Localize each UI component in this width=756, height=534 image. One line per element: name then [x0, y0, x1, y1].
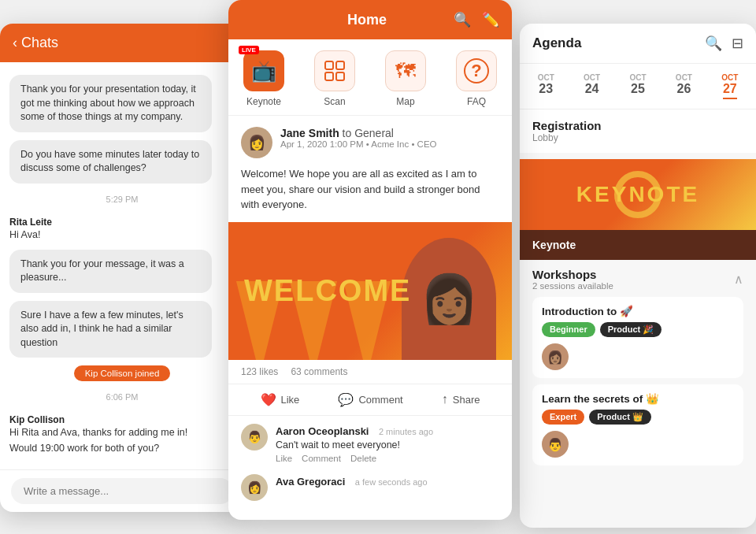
- like-icon: ❤️: [261, 392, 276, 407]
- collapse-icon[interactable]: ∧: [734, 272, 743, 287]
- svg-rect-3: [336, 72, 344, 80]
- registration-subtitle: Lobby: [532, 132, 743, 143]
- post-meta: Apr 1, 2020 1:00 PM • Acme Inc • CEO: [280, 139, 499, 149]
- avatar: 👨: [542, 431, 569, 458]
- comment-row: 👩 Ava Gregoraci a few seconds ago: [228, 466, 512, 504]
- chat-input-bar: [0, 469, 244, 512]
- home-panel: Home 🔍 ✏️ LIVE 📺 Keynote Scan: [228, 0, 512, 520]
- date-label: OCT: [721, 73, 738, 82]
- banner-text: WELCOME: [244, 276, 411, 306]
- comment-delete[interactable]: Delete: [350, 454, 376, 463]
- comment-like[interactable]: Like: [276, 454, 292, 463]
- nav-item-map[interactable]: 🗺 Map: [385, 50, 426, 107]
- filter-icon[interactable]: ⊟: [732, 35, 743, 52]
- date-num: 23: [539, 82, 553, 96]
- chat-sender: Rita Leite: [9, 217, 235, 228]
- workshops-header: Workshops 2 sessions available ∧: [532, 268, 743, 291]
- message-input[interactable]: [11, 478, 233, 504]
- date-num: 27: [723, 82, 737, 99]
- nav-item-scan[interactable]: Scan: [314, 50, 355, 107]
- date-oct-27[interactable]: OCT 27: [707, 70, 753, 102]
- avatar: 👩: [241, 474, 268, 501]
- agenda-title: Agenda: [532, 35, 581, 51]
- back-button[interactable]: ‹ Chats: [13, 35, 58, 51]
- share-button[interactable]: ↑ Share: [442, 392, 480, 407]
- list-item[interactable]: Introduction to 🚀 Beginner Product 🎉 👩🏽: [532, 297, 743, 378]
- comment-time: a few seconds ago: [355, 477, 428, 487]
- faq-label: FAQ: [467, 96, 486, 107]
- post-actions: ❤️ Like 💬 Comment ↑ Share: [228, 384, 512, 416]
- date-oct-25[interactable]: OCT 25: [615, 70, 661, 102]
- date-label: OCT: [629, 73, 646, 82]
- chat-body: Thank you for your presentation today, i…: [0, 62, 244, 469]
- list-item[interactable]: Learn the secrets of 👑 Expert Product 👑 …: [532, 384, 743, 465]
- date-label: OCT: [676, 73, 692, 82]
- home-header-icons: 🔍 ✏️: [454, 11, 499, 28]
- date-oct-24[interactable]: OCT 24: [569, 70, 614, 102]
- list-item: Thank you for your presentation today, i…: [9, 75, 212, 132]
- list-item: Thank you for your message, it was a ple…: [9, 250, 212, 293]
- svg-rect-0: [325, 61, 333, 69]
- map-icon-box: 🗺: [385, 50, 426, 91]
- edit-icon[interactable]: ✏️: [482, 11, 499, 28]
- agenda-dates: OCT 23 OCT 24 OCT 25 OCT 26 OCT 27: [520, 64, 756, 109]
- post-author-row: 👩 Jane Smith to General Apr 1, 2020 1:00…: [241, 127, 499, 158]
- scan-label: Scan: [324, 96, 345, 107]
- session-tags: Expert Product 👑: [542, 410, 734, 425]
- registration-title: Registration: [532, 119, 743, 132]
- comment-label: Comment: [358, 394, 402, 406]
- expert-tag: Expert: [542, 410, 584, 425]
- like-button[interactable]: ❤️ Like: [261, 392, 300, 407]
- session-title: Introduction to 🚀: [542, 305, 734, 317]
- beginner-tag: Beginner: [542, 322, 595, 337]
- like-label: Like: [281, 394, 300, 406]
- live-badge: LIVE: [239, 46, 259, 54]
- faq-icon-box: ?: [456, 50, 497, 91]
- share-label: Share: [453, 394, 480, 406]
- agenda-panel: Agenda 🔍 ⊟ OCT 23 OCT 24 OCT 25 OCT 26 O…: [520, 24, 756, 528]
- map-label: Map: [396, 96, 414, 107]
- product-tag: Product 👑: [589, 410, 651, 425]
- session-title: Learn the secrets of 👑: [542, 392, 734, 405]
- comment-reply[interactable]: Comment: [302, 454, 341, 463]
- date-num: 25: [631, 82, 645, 96]
- comment-text: Can't wait to meet everyone!: [276, 439, 499, 451]
- list-item: Sure I have a few a few minutes, let's a…: [9, 301, 212, 358]
- session-tags: Beginner Product 🎉: [542, 322, 734, 337]
- search-icon[interactable]: 🔍: [454, 11, 471, 28]
- search-icon[interactable]: 🔍: [705, 35, 722, 52]
- date-label: OCT: [538, 73, 554, 82]
- comment-button[interactable]: 💬 Comment: [338, 392, 402, 407]
- keynote-icon-box: LIVE 📺: [243, 50, 284, 91]
- avatar: 👩🏽: [542, 343, 569, 370]
- keynote-banner-text: KEYNOTE: [576, 182, 699, 207]
- chat-header: ‹ Chats: [0, 24, 244, 62]
- chat-sender: Kip Collison: [9, 414, 235, 425]
- home-banner: WELCOME 👩🏾: [228, 222, 512, 360]
- home-header: Home 🔍 ✏️: [228, 0, 512, 39]
- date-label: OCT: [584, 73, 600, 82]
- banner-person-image: 👩🏾: [402, 238, 496, 360]
- keynote-section-label: Keynote: [532, 239, 576, 251]
- workshops-subtitle: 2 sessions available: [532, 281, 613, 291]
- chat-message: Hi Ava!: [9, 229, 235, 240]
- workshops-title-group: Workshops 2 sessions available: [532, 268, 613, 291]
- date-oct-26[interactable]: OCT 26: [661, 70, 706, 102]
- likes-count: 123 likes: [241, 366, 278, 377]
- comment-content: Ava Gregoraci a few seconds ago: [276, 474, 499, 488]
- home-post: 👩 Jane Smith to General Apr 1, 2020 1:00…: [228, 116, 512, 222]
- chat-message: Would 19:00 work for both of you?: [9, 443, 235, 454]
- date-num: 26: [677, 82, 691, 96]
- date-num: 24: [585, 82, 599, 96]
- nav-item-faq[interactable]: ? FAQ: [456, 50, 497, 107]
- keynote-label: Keynote: [246, 96, 281, 107]
- comment-actions: Like Comment Delete: [276, 454, 499, 463]
- comment-author: Aaron Oceoplanski: [276, 425, 369, 437]
- home-title: Home: [280, 12, 454, 28]
- registration-section: Registration Lobby: [520, 109, 756, 153]
- post-text: Welcome! We hope you are all as excited …: [241, 166, 499, 213]
- date-oct-23[interactable]: OCT 23: [523, 70, 569, 102]
- nav-item-keynote[interactable]: LIVE 📺 Keynote: [243, 50, 284, 107]
- comments-count: 63 comments: [291, 366, 347, 377]
- scan-icon-box: [314, 50, 355, 91]
